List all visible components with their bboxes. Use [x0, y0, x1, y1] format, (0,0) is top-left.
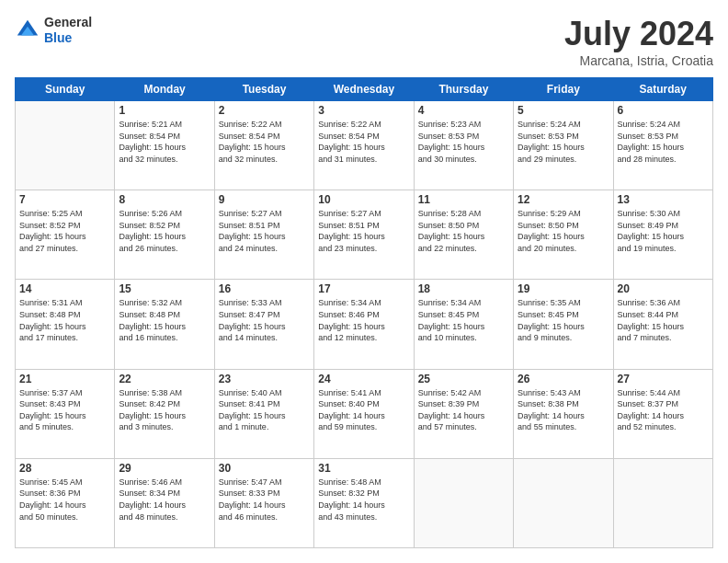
day-number: 2 [219, 104, 310, 117]
calendar-cell: 5Sunrise: 5:24 AM Sunset: 8:53 PM Daylig… [514, 101, 613, 190]
calendar-cell [16, 101, 115, 190]
day-number: 26 [518, 373, 609, 385]
day-info: Sunrise: 5:22 AM Sunset: 8:54 PM Dayligh… [318, 119, 409, 165]
calendar: Sunday Monday Tuesday Wednesday Thursday… [15, 77, 713, 548]
header-wednesday: Wednesday [314, 78, 414, 101]
day-number: 1 [119, 104, 210, 117]
day-number: 14 [19, 282, 110, 295]
calendar-cell: 21Sunrise: 5:37 AM Sunset: 8:43 PM Dayli… [16, 369, 115, 458]
calendar-cell [514, 458, 613, 547]
day-info: Sunrise: 5:38 AM Sunset: 8:42 PM Dayligh… [119, 387, 210, 433]
day-info: Sunrise: 5:24 AM Sunset: 8:53 PM Dayligh… [618, 119, 709, 165]
calendar-cell: 24Sunrise: 5:41 AM Sunset: 8:40 PM Dayli… [314, 369, 414, 458]
calendar-cell: 10Sunrise: 5:27 AM Sunset: 8:51 PM Dayli… [314, 190, 414, 280]
day-number: 13 [618, 193, 709, 206]
calendar-cell: 23Sunrise: 5:40 AM Sunset: 8:41 PM Dayli… [214, 369, 313, 458]
day-info: Sunrise: 5:35 AM Sunset: 8:45 PM Dayligh… [518, 297, 609, 343]
day-number: 23 [219, 373, 310, 385]
day-info: Sunrise: 5:33 AM Sunset: 8:47 PM Dayligh… [219, 297, 310, 343]
calendar-cell: 11Sunrise: 5:28 AM Sunset: 8:50 PM Dayli… [414, 190, 513, 280]
day-number: 6 [618, 104, 709, 117]
day-info: Sunrise: 5:47 AM Sunset: 8:33 PM Dayligh… [219, 477, 310, 523]
header-sunday: Sunday [16, 78, 115, 101]
calendar-cell: 18Sunrise: 5:34 AM Sunset: 8:45 PM Dayli… [414, 280, 513, 369]
day-info: Sunrise: 5:36 AM Sunset: 8:44 PM Dayligh… [618, 297, 709, 343]
day-number: 11 [418, 193, 509, 206]
day-number: 20 [618, 282, 709, 295]
calendar-cell: 6Sunrise: 5:24 AM Sunset: 8:53 PM Daylig… [613, 101, 712, 190]
day-number: 22 [119, 373, 210, 385]
page: General Blue July 2024 Marcana, Istria, … [0, 0, 728, 563]
week-row-4: 28Sunrise: 5:45 AM Sunset: 8:36 PM Dayli… [16, 458, 713, 547]
calendar-cell: 16Sunrise: 5:33 AM Sunset: 8:47 PM Dayli… [214, 280, 313, 369]
calendar-cell: 7Sunrise: 5:25 AM Sunset: 8:52 PM Daylig… [16, 190, 115, 280]
day-number: 7 [19, 193, 110, 206]
day-info: Sunrise: 5:27 AM Sunset: 8:51 PM Dayligh… [219, 208, 310, 254]
calendar-cell [414, 458, 513, 547]
calendar-cell: 27Sunrise: 5:44 AM Sunset: 8:37 PM Dayli… [613, 369, 712, 458]
calendar-cell: 1Sunrise: 5:21 AM Sunset: 8:54 PM Daylig… [115, 101, 214, 190]
calendar-cell: 2Sunrise: 5:22 AM Sunset: 8:54 PM Daylig… [214, 101, 313, 190]
logo: General Blue [15, 15, 92, 46]
week-row-0: 1Sunrise: 5:21 AM Sunset: 8:54 PM Daylig… [16, 101, 713, 190]
header-saturday: Saturday [613, 78, 712, 101]
day-info: Sunrise: 5:29 AM Sunset: 8:50 PM Dayligh… [518, 208, 609, 254]
calendar-cell: 14Sunrise: 5:31 AM Sunset: 8:48 PM Dayli… [16, 280, 115, 369]
calendar-cell: 9Sunrise: 5:27 AM Sunset: 8:51 PM Daylig… [214, 190, 313, 280]
day-info: Sunrise: 5:27 AM Sunset: 8:51 PM Dayligh… [318, 208, 409, 254]
header-tuesday: Tuesday [214, 78, 313, 101]
header-row: Sunday Monday Tuesday Wednesday Thursday… [16, 78, 713, 101]
day-info: Sunrise: 5:48 AM Sunset: 8:32 PM Dayligh… [318, 477, 409, 523]
day-number: 29 [119, 462, 210, 475]
day-info: Sunrise: 5:34 AM Sunset: 8:45 PM Dayligh… [418, 297, 509, 343]
day-info: Sunrise: 5:28 AM Sunset: 8:50 PM Dayligh… [418, 208, 509, 254]
day-info: Sunrise: 5:31 AM Sunset: 8:48 PM Dayligh… [19, 297, 110, 343]
day-number: 5 [518, 104, 609, 117]
calendar-header: Sunday Monday Tuesday Wednesday Thursday… [16, 78, 713, 101]
day-number: 28 [19, 462, 110, 475]
day-info: Sunrise: 5:24 AM Sunset: 8:53 PM Dayligh… [518, 119, 609, 165]
day-number: 27 [618, 373, 709, 385]
week-row-1: 7Sunrise: 5:25 AM Sunset: 8:52 PM Daylig… [16, 190, 713, 280]
calendar-cell: 30Sunrise: 5:47 AM Sunset: 8:33 PM Dayli… [214, 458, 313, 547]
day-number: 16 [219, 282, 310, 295]
calendar-cell: 3Sunrise: 5:22 AM Sunset: 8:54 PM Daylig… [314, 101, 414, 190]
calendar-cell: 22Sunrise: 5:38 AM Sunset: 8:42 PM Dayli… [115, 369, 214, 458]
day-info: Sunrise: 5:30 AM Sunset: 8:49 PM Dayligh… [618, 208, 709, 254]
calendar-cell: 4Sunrise: 5:23 AM Sunset: 8:53 PM Daylig… [414, 101, 513, 190]
day-info: Sunrise: 5:22 AM Sunset: 8:54 PM Dayligh… [219, 119, 310, 165]
week-row-3: 21Sunrise: 5:37 AM Sunset: 8:43 PM Dayli… [16, 369, 713, 458]
day-info: Sunrise: 5:43 AM Sunset: 8:38 PM Dayligh… [518, 387, 609, 433]
day-number: 17 [318, 282, 409, 295]
day-info: Sunrise: 5:23 AM Sunset: 8:53 PM Dayligh… [418, 119, 509, 165]
calendar-cell: 25Sunrise: 5:42 AM Sunset: 8:39 PM Dayli… [414, 369, 513, 458]
month-title: July 2024 [564, 15, 713, 53]
calendar-body: 1Sunrise: 5:21 AM Sunset: 8:54 PM Daylig… [16, 101, 713, 548]
calendar-cell: 15Sunrise: 5:32 AM Sunset: 8:48 PM Dayli… [115, 280, 214, 369]
header-monday: Monday [115, 78, 214, 101]
day-info: Sunrise: 5:25 AM Sunset: 8:52 PM Dayligh… [19, 208, 110, 254]
location: Marcana, Istria, Croatia [564, 53, 713, 68]
logo-icon [15, 17, 40, 43]
day-number: 4 [418, 104, 509, 117]
calendar-cell: 8Sunrise: 5:26 AM Sunset: 8:52 PM Daylig… [115, 190, 214, 280]
calendar-cell: 19Sunrise: 5:35 AM Sunset: 8:45 PM Dayli… [514, 280, 613, 369]
day-number: 3 [318, 104, 409, 117]
day-info: Sunrise: 5:44 AM Sunset: 8:37 PM Dayligh… [618, 387, 709, 433]
calendar-cell [613, 458, 712, 547]
day-info: Sunrise: 5:42 AM Sunset: 8:39 PM Dayligh… [418, 387, 509, 433]
day-info: Sunrise: 5:26 AM Sunset: 8:52 PM Dayligh… [119, 208, 210, 254]
week-row-2: 14Sunrise: 5:31 AM Sunset: 8:48 PM Dayli… [16, 280, 713, 369]
day-number: 8 [119, 193, 210, 206]
day-number: 15 [119, 282, 210, 295]
calendar-cell: 17Sunrise: 5:34 AM Sunset: 8:46 PM Dayli… [314, 280, 414, 369]
calendar-cell: 20Sunrise: 5:36 AM Sunset: 8:44 PM Dayli… [613, 280, 712, 369]
day-info: Sunrise: 5:34 AM Sunset: 8:46 PM Dayligh… [318, 297, 409, 343]
day-info: Sunrise: 5:21 AM Sunset: 8:54 PM Dayligh… [119, 119, 210, 165]
logo-text: General Blue [44, 15, 92, 46]
calendar-cell: 28Sunrise: 5:45 AM Sunset: 8:36 PM Dayli… [16, 458, 115, 547]
header-friday: Friday [514, 78, 613, 101]
day-number: 12 [518, 193, 609, 206]
day-number: 30 [219, 462, 310, 475]
logo-blue-text: Blue [44, 30, 92, 46]
